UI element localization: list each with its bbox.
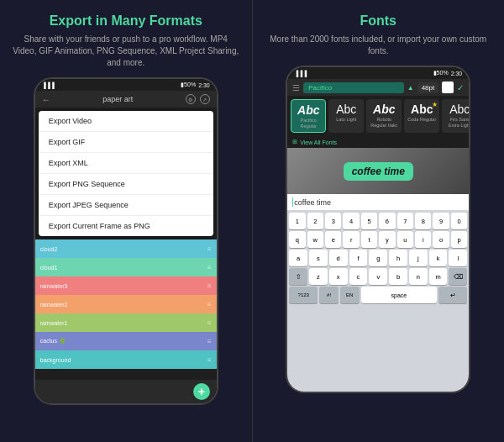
key-0[interactable]: 0 [451, 213, 467, 229]
key-enter[interactable]: ↵ [438, 287, 467, 303]
key-m[interactable]: m [429, 268, 448, 285]
fonts-row: Abc Pacifico Regular Abc Lato Light Abc … [287, 96, 469, 136]
font-card-firs[interactable]: Abc Firs Sans Extra Light [442, 99, 469, 133]
key-f[interactable]: f [349, 250, 368, 266]
font-card-pacifico[interactable]: Abc Pacifico Regular [291, 99, 326, 133]
key-7[interactable]: 7 [397, 213, 413, 229]
hamburger-icon[interactable]: ☰ [292, 83, 300, 92]
layer-rainwater2[interactable]: rainwater2 ≡ [35, 295, 217, 313]
right-panel: Fonts More than 2000 fonts included, or … [253, 0, 505, 442]
add-layer-button[interactable]: + [193, 383, 210, 400]
font-preview-coda: Abc [411, 103, 433, 116]
key-q[interactable]: q [289, 231, 305, 248]
font-preview-pacifico: Abc [297, 103, 319, 117]
left-phone-screen: ▐▐▐ ▮50% 2:30 ← paper art ⚙ ↗ Export Vid… [35, 79, 217, 403]
key-c[interactable]: c [349, 268, 368, 285]
key-e[interactable]: e [325, 231, 341, 248]
layer-background[interactable]: background ≡ [35, 350, 217, 369]
font-label-lato: Lato Light [336, 117, 356, 123]
settings-icon[interactable]: ⚙ [186, 94, 196, 104]
font-color-swatch[interactable] [442, 82, 454, 93]
key-v[interactable]: v [369, 268, 387, 285]
layer-cloud1[interactable]: cloud1 ≡ [35, 258, 217, 276]
key-p[interactable]: p [451, 231, 467, 248]
key-o[interactable]: o [433, 231, 449, 248]
font-label-coda: Coda Regular [407, 117, 436, 123]
right-phone: ▐▐▐ ▮50% 2:30 ☰ Pacifico ▲ 48pt ✓ Abc Pa [286, 66, 470, 393]
keyboard: 1 2 3 4 5 6 7 8 9 0 q w e r t y [287, 210, 469, 392]
export-jpeg-seq[interactable]: Export JPEG Sequence [39, 195, 213, 216]
key-4[interactable]: 4 [343, 213, 359, 229]
key-j[interactable]: j [409, 250, 428, 266]
export-video[interactable]: Export Video [39, 111, 213, 132]
preview-text-bubble: coffee time [344, 162, 413, 181]
key-123[interactable]: ?123 [289, 287, 318, 303]
font-label-pacifico: Pacifico Regular [295, 118, 322, 129]
key-i[interactable]: i [415, 231, 431, 248]
star-badge: ★ [432, 101, 438, 108]
left-status-bar: ▐▐▐ ▮50% 2:30 [35, 79, 217, 91]
key-n[interactable]: n [409, 268, 428, 285]
export-xml[interactable]: Export XML [39, 153, 213, 174]
preview-text: coffee time [352, 166, 405, 177]
font-name-display[interactable]: Pacifico [303, 82, 404, 93]
key-b[interactable]: b [389, 268, 407, 285]
preview-area: coffee time [287, 148, 469, 194]
key-3[interactable]: 3 [325, 213, 341, 229]
project-title: paper art [102, 95, 133, 103]
key-backspace[interactable]: ⌫ [449, 268, 467, 285]
key-s[interactable]: s [309, 250, 328, 266]
right-battery-icon: ▮50% [433, 70, 449, 76]
layer-cactus[interactable]: cactus 🌵 ≡ [35, 332, 217, 350]
topbar-icons: ⚙ ↗ [186, 94, 210, 104]
key-6[interactable]: 6 [379, 213, 395, 229]
share-icon[interactable]: ↗ [200, 94, 210, 104]
key-lang[interactable]: EN [340, 287, 360, 303]
keyboard-row-qwerty: q w e r t y u i o p [289, 231, 467, 248]
key-u[interactable]: u [397, 231, 413, 248]
font-card-lato[interactable]: Abc Lato Light [328, 99, 364, 133]
text-input-value: coffee time [294, 198, 331, 207]
left-panel-title: Export in Many Formats [50, 13, 202, 29]
font-size-display[interactable]: 48pt [417, 82, 439, 93]
key-h[interactable]: h [389, 250, 407, 266]
key-k[interactable]: k [429, 250, 448, 266]
text-input-area[interactable]: coffee time [287, 194, 469, 210]
key-2[interactable]: 2 [307, 213, 323, 229]
export-gif[interactable]: Export GIF [39, 132, 213, 153]
key-d[interactable]: d [329, 250, 348, 266]
left-battery-icon: ▮50% [181, 82, 196, 88]
key-l[interactable]: l [449, 250, 467, 266]
export-current-frame[interactable]: Export Current Frame as PNG [39, 216, 213, 236]
view-all-fonts-label: View All Fonts [300, 139, 337, 145]
key-x[interactable]: x [329, 268, 348, 285]
key-z[interactable]: z [309, 268, 328, 285]
key-shift[interactable]: ⇧ [289, 268, 307, 285]
key-r[interactable]: r [343, 231, 359, 248]
font-up-icon[interactable]: ▲ [407, 84, 414, 92]
font-card-coda[interactable]: ★ Abc Coda Regular [404, 99, 439, 133]
right-phone-screen: ▐▐▐ ▮50% 2:30 ☰ Pacifico ▲ 48pt ✓ Abc Pa [287, 67, 469, 392]
key-g[interactable]: g [369, 250, 387, 266]
confirm-icon[interactable]: ✓ [457, 83, 464, 92]
key-a[interactable]: a [289, 250, 307, 266]
key-5[interactable]: 5 [361, 213, 377, 229]
key-w[interactable]: w [307, 231, 323, 248]
key-9[interactable]: 9 [433, 213, 449, 229]
back-arrow-icon[interactable]: ← [42, 95, 50, 104]
key-space[interactable]: space [361, 287, 438, 303]
key-t[interactable]: t [361, 231, 377, 248]
key-8[interactable]: 8 [415, 213, 431, 229]
grid-icon: ⊞ [292, 139, 297, 145]
keyboard-row-numbers: 1 2 3 4 5 6 7 8 9 0 [289, 213, 467, 229]
layer-rainwater3[interactable]: rainwater3 ≡ [35, 276, 217, 295]
export-png-seq[interactable]: Export PNG Sequence [39, 174, 213, 195]
layer-cloud2[interactable]: cloud2 ≡ [35, 239, 217, 258]
key-1[interactable]: 1 [289, 213, 305, 229]
layer-rainwater1[interactable]: rainwater1 ≡ [35, 313, 217, 332]
cursor-line [292, 197, 293, 207]
font-card-roboto[interactable]: Abc Roboto Regular Italic [366, 99, 402, 133]
key-special[interactable]: #! [319, 287, 339, 303]
view-all-fonts-row[interactable]: ⊞ View All Fonts [287, 136, 469, 148]
key-y[interactable]: y [379, 231, 395, 248]
